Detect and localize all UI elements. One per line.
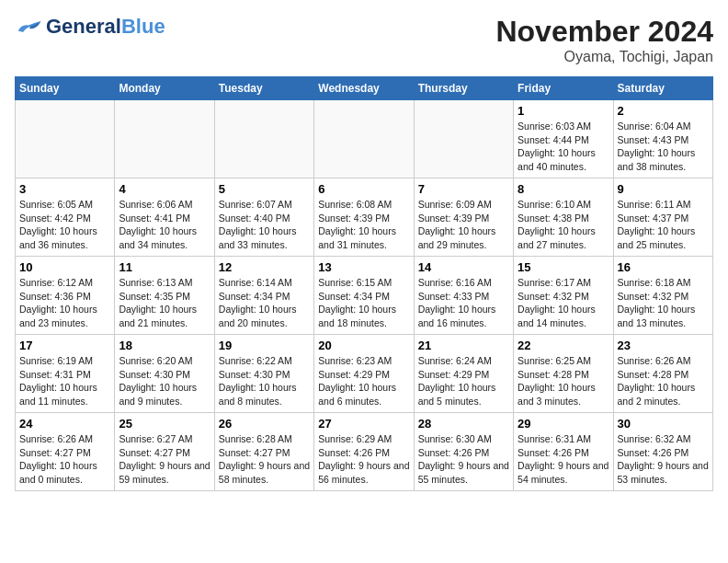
day-info: Sunrise: 6:22 AMSunset: 4:30 PMDaylight:…: [219, 354, 310, 408]
day-cell-20: 20Sunrise: 6:23 AMSunset: 4:29 PMDayligh…: [314, 335, 414, 413]
day-info: Sunrise: 6:25 AMSunset: 4:28 PMDaylight:…: [518, 354, 609, 408]
day-info: Sunrise: 6:26 AMSunset: 4:27 PMDaylight:…: [19, 432, 110, 487]
day-number: 3: [19, 182, 110, 196]
day-info: Sunrise: 6:17 AMSunset: 4:32 PMDaylight:…: [518, 276, 609, 330]
day-info: Sunrise: 6:27 AMSunset: 4:27 PMDaylight:…: [119, 432, 210, 487]
day-number: 22: [518, 339, 609, 352]
week-row-5: 24Sunrise: 6:26 AMSunset: 4:27 PMDayligh…: [16, 413, 713, 491]
month-title: November 2024: [495, 15, 713, 49]
empty-cell: [414, 100, 513, 178]
day-info: Sunrise: 6:29 AMSunset: 4:26 PMDaylight:…: [318, 432, 409, 487]
col-header-monday: Monday: [115, 77, 214, 100]
day-cell-11: 11Sunrise: 6:13 AMSunset: 4:35 PMDayligh…: [115, 257, 214, 335]
day-info: Sunrise: 6:20 AMSunset: 4:30 PMDaylight:…: [119, 354, 210, 408]
day-cell-25: 25Sunrise: 6:27 AMSunset: 4:27 PMDayligh…: [115, 413, 214, 491]
empty-cell: [115, 100, 214, 178]
week-row-4: 17Sunrise: 6:19 AMSunset: 4:31 PMDayligh…: [16, 335, 713, 413]
day-cell-2: 2Sunrise: 6:04 AMSunset: 4:43 PMDaylight…: [613, 100, 712, 178]
day-cell-24: 24Sunrise: 6:26 AMSunset: 4:27 PMDayligh…: [16, 413, 115, 491]
day-info: Sunrise: 6:11 AMSunset: 4:37 PMDaylight:…: [618, 198, 709, 252]
day-info: Sunrise: 6:28 AMSunset: 4:27 PMDaylight:…: [219, 432, 310, 487]
day-number: 17: [19, 339, 110, 352]
day-number: 21: [418, 339, 509, 352]
day-cell-8: 8Sunrise: 6:10 AMSunset: 4:38 PMDaylight…: [514, 178, 613, 257]
day-cell-1: 1Sunrise: 6:03 AMSunset: 4:44 PMDaylight…: [514, 100, 613, 178]
col-header-saturday: Saturday: [613, 77, 712, 100]
logo-bird-icon: [15, 18, 42, 35]
day-number: 14: [418, 260, 509, 274]
day-cell-27: 27Sunrise: 6:29 AMSunset: 4:26 PMDayligh…: [314, 413, 414, 491]
day-info: Sunrise: 6:15 AMSunset: 4:34 PMDaylight:…: [318, 276, 409, 330]
day-number: 29: [518, 417, 609, 431]
day-number: 19: [219, 339, 310, 352]
day-number: 9: [618, 182, 709, 196]
day-number: 30: [618, 417, 709, 431]
day-info: Sunrise: 6:10 AMSunset: 4:38 PMDaylight:…: [518, 198, 609, 252]
page-header: GeneralBlue November 2024 Oyama, Tochigi…: [15, 15, 713, 65]
day-info: Sunrise: 6:18 AMSunset: 4:32 PMDaylight:…: [618, 276, 709, 330]
week-row-2: 3Sunrise: 6:05 AMSunset: 4:42 PMDaylight…: [16, 178, 713, 257]
day-cell-9: 9Sunrise: 6:11 AMSunset: 4:37 PMDaylight…: [613, 178, 712, 257]
logo: GeneralBlue: [15, 15, 165, 39]
day-info: Sunrise: 6:08 AMSunset: 4:39 PMDaylight:…: [318, 198, 409, 252]
day-info: Sunrise: 6:04 AMSunset: 4:43 PMDaylight:…: [618, 120, 709, 174]
week-row-1: 1Sunrise: 6:03 AMSunset: 4:44 PMDaylight…: [16, 100, 713, 178]
day-number: 2: [618, 104, 709, 118]
day-cell-5: 5Sunrise: 6:07 AMSunset: 4:40 PMDaylight…: [214, 178, 313, 257]
location: Oyama, Tochigi, Japan: [495, 49, 713, 65]
day-info: Sunrise: 6:16 AMSunset: 4:33 PMDaylight:…: [418, 276, 509, 330]
day-cell-22: 22Sunrise: 6:25 AMSunset: 4:28 PMDayligh…: [514, 335, 613, 413]
day-number: 24: [19, 417, 110, 431]
calendar-header-row: SundayMondayTuesdayWednesdayThursdayFrid…: [16, 77, 713, 100]
day-number: 1: [518, 104, 609, 118]
day-info: Sunrise: 6:05 AMSunset: 4:42 PMDaylight:…: [19, 198, 110, 252]
day-number: 13: [318, 260, 409, 274]
day-number: 27: [318, 417, 409, 431]
day-info: Sunrise: 6:32 AMSunset: 4:26 PMDaylight:…: [618, 432, 709, 487]
day-info: Sunrise: 6:13 AMSunset: 4:35 PMDaylight:…: [119, 276, 210, 330]
day-info: Sunrise: 6:23 AMSunset: 4:29 PMDaylight:…: [318, 354, 409, 408]
day-info: Sunrise: 6:19 AMSunset: 4:31 PMDaylight:…: [19, 354, 110, 408]
day-cell-29: 29Sunrise: 6:31 AMSunset: 4:26 PMDayligh…: [514, 413, 613, 491]
title-block: November 2024 Oyama, Tochigi, Japan: [495, 15, 713, 65]
day-number: 16: [618, 260, 709, 274]
day-number: 8: [518, 182, 609, 196]
day-cell-12: 12Sunrise: 6:14 AMSunset: 4:34 PMDayligh…: [214, 257, 313, 335]
col-header-wednesday: Wednesday: [314, 77, 414, 100]
day-number: 10: [19, 260, 110, 274]
day-info: Sunrise: 6:14 AMSunset: 4:34 PMDaylight:…: [219, 276, 310, 330]
day-cell-10: 10Sunrise: 6:12 AMSunset: 4:36 PMDayligh…: [16, 257, 115, 335]
col-header-friday: Friday: [514, 77, 613, 100]
logo-blue: Blue: [121, 15, 165, 38]
day-number: 23: [618, 339, 709, 352]
day-number: 4: [119, 182, 210, 196]
day-info: Sunrise: 6:24 AMSunset: 4:29 PMDaylight:…: [418, 354, 509, 408]
col-header-thursday: Thursday: [414, 77, 513, 100]
day-cell-21: 21Sunrise: 6:24 AMSunset: 4:29 PMDayligh…: [414, 335, 513, 413]
empty-cell: [314, 100, 414, 178]
day-cell-17: 17Sunrise: 6:19 AMSunset: 4:31 PMDayligh…: [16, 335, 115, 413]
day-number: 12: [219, 260, 310, 274]
empty-cell: [16, 100, 115, 178]
day-info: Sunrise: 6:31 AMSunset: 4:26 PMDaylight:…: [518, 432, 609, 487]
day-cell-4: 4Sunrise: 6:06 AMSunset: 4:41 PMDaylight…: [115, 178, 214, 257]
day-cell-3: 3Sunrise: 6:05 AMSunset: 4:42 PMDaylight…: [16, 178, 115, 257]
day-info: Sunrise: 6:06 AMSunset: 4:41 PMDaylight:…: [119, 198, 210, 252]
day-info: Sunrise: 6:09 AMSunset: 4:39 PMDaylight:…: [418, 198, 509, 252]
day-cell-7: 7Sunrise: 6:09 AMSunset: 4:39 PMDaylight…: [414, 178, 513, 257]
day-cell-28: 28Sunrise: 6:30 AMSunset: 4:26 PMDayligh…: [414, 413, 513, 491]
week-row-3: 10Sunrise: 6:12 AMSunset: 4:36 PMDayligh…: [16, 257, 713, 335]
day-cell-13: 13Sunrise: 6:15 AMSunset: 4:34 PMDayligh…: [314, 257, 414, 335]
day-number: 26: [219, 417, 310, 431]
day-cell-19: 19Sunrise: 6:22 AMSunset: 4:30 PMDayligh…: [214, 335, 313, 413]
day-number: 5: [219, 182, 310, 196]
day-info: Sunrise: 6:03 AMSunset: 4:44 PMDaylight:…: [518, 120, 609, 174]
day-number: 7: [418, 182, 509, 196]
day-number: 20: [318, 339, 409, 352]
day-number: 15: [518, 260, 609, 274]
col-header-tuesday: Tuesday: [214, 77, 313, 100]
day-number: 25: [119, 417, 210, 431]
day-cell-14: 14Sunrise: 6:16 AMSunset: 4:33 PMDayligh…: [414, 257, 513, 335]
col-header-sunday: Sunday: [16, 77, 115, 100]
day-number: 11: [119, 260, 210, 274]
